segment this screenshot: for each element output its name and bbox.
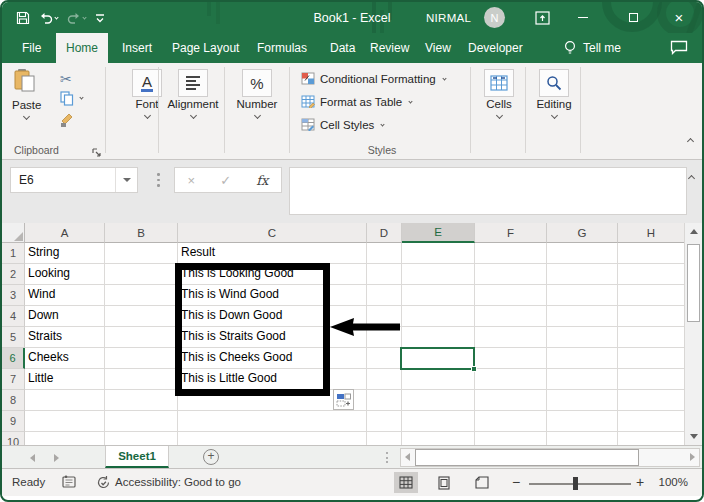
cell-B6[interactable] — [105, 348, 178, 369]
cell-B2[interactable] — [105, 264, 178, 285]
conditional-formatting-button[interactable]: Conditional Formatting — [301, 72, 446, 85]
cell-D3[interactable] — [367, 285, 402, 306]
cell-F6[interactable] — [475, 348, 547, 369]
ribbon-display-options-icon[interactable] — [527, 2, 557, 33]
cell-E8[interactable] — [402, 390, 475, 411]
alignment-dropdown-icon[interactable] — [189, 112, 196, 119]
cell-styles-dropdown-icon[interactable] — [381, 122, 385, 126]
zoom-out-button[interactable]: − — [512, 474, 520, 490]
row-header-1[interactable]: 1 — [2, 243, 25, 264]
tell-me-label[interactable]: Tell me — [583, 41, 621, 55]
cell-F2[interactable] — [475, 264, 547, 285]
fill-handle[interactable] — [471, 366, 477, 372]
add-sheet-button[interactable]: + — [203, 449, 219, 465]
name-box-dropdown-icon[interactable] — [115, 168, 137, 192]
cell-F9[interactable] — [475, 411, 547, 432]
cell-F4[interactable] — [475, 306, 547, 327]
name-box[interactable]: E6 — [10, 167, 138, 193]
cell-E4[interactable] — [402, 306, 475, 327]
cell-B9[interactable] — [105, 411, 178, 432]
paste-dropdown-icon[interactable] — [23, 113, 30, 120]
column-header-E[interactable]: E — [402, 223, 475, 243]
cell-A3[interactable]: Wind — [25, 285, 105, 306]
font-dropdown-icon[interactable] — [143, 112, 150, 119]
collapse-ribbon-icon[interactable] — [687, 138, 694, 145]
scroll-left-icon[interactable] — [405, 453, 410, 461]
sheet-nav-right-icon[interactable] — [54, 454, 59, 462]
cell-E3[interactable] — [402, 285, 475, 306]
cell-E2[interactable] — [402, 264, 475, 285]
editing-group-button[interactable]: Editing — [532, 69, 576, 118]
column-header-D[interactable]: D — [367, 223, 402, 243]
row-header-5[interactable]: 5 — [2, 327, 25, 348]
scroll-up-icon[interactable] — [685, 223, 702, 240]
select-all-button[interactable] — [2, 223, 25, 243]
cell-H10[interactable] — [618, 432, 685, 445]
cell-F8[interactable] — [475, 390, 547, 411]
collapse-formula-bar-icon[interactable] — [688, 175, 695, 182]
number-group-button[interactable]: % Number — [229, 69, 285, 118]
copy-dropdown-icon[interactable] — [79, 95, 83, 99]
format-as-table-dropdown-icon[interactable] — [409, 99, 413, 103]
minimize-button[interactable] — [568, 2, 598, 33]
tab-developer[interactable]: Developer — [458, 33, 533, 63]
avatar[interactable]: N — [484, 7, 505, 28]
zoom-slider-track[interactable] — [529, 483, 631, 485]
zoom-in-button[interactable]: + — [636, 474, 644, 490]
cell-B7[interactable] — [105, 369, 178, 390]
tab-insert[interactable]: Insert — [112, 33, 162, 63]
cancel-icon[interactable]: × — [188, 173, 196, 188]
cell-D1[interactable] — [367, 243, 402, 264]
cell-G2[interactable] — [547, 264, 618, 285]
cell-G7[interactable] — [547, 369, 618, 390]
tab-data[interactable]: Data — [320, 33, 365, 63]
row-header-2[interactable]: 2 — [2, 264, 25, 285]
macro-record-icon[interactable] — [62, 475, 76, 490]
accessibility-icon[interactable] — [96, 475, 111, 492]
cell-H1[interactable] — [618, 243, 685, 264]
tab-view[interactable]: View — [415, 33, 461, 63]
cell-D9[interactable] — [367, 411, 402, 432]
cell-D8[interactable] — [367, 390, 402, 411]
cell-C9[interactable] — [178, 411, 367, 432]
insert-function-icon[interactable]: fx — [256, 173, 268, 188]
cell-F1[interactable] — [475, 243, 547, 264]
view-page-break-button[interactable] — [470, 472, 494, 493]
row-header-8[interactable]: 8 — [2, 390, 25, 411]
cell-A6[interactable]: Cheeks — [25, 348, 105, 369]
tab-file[interactable]: File — [12, 33, 51, 63]
cells-group-button[interactable]: Cells — [481, 69, 517, 118]
cell-H5[interactable] — [618, 327, 685, 348]
cut-icon[interactable]: ✂ — [60, 71, 72, 87]
row-header-7[interactable]: 7 — [2, 369, 25, 390]
zoom-slider-handle[interactable] — [573, 477, 578, 490]
cell-G10[interactable] — [547, 432, 618, 445]
number-dropdown-icon[interactable] — [253, 112, 260, 119]
cell-C10[interactable] — [178, 432, 367, 445]
sheet-tab-sheet1[interactable]: Sheet1 — [105, 446, 169, 468]
cell-E1[interactable] — [402, 243, 475, 264]
cell-A2[interactable]: Looking — [25, 264, 105, 285]
cell-G4[interactable] — [547, 306, 618, 327]
cell-B1[interactable] — [105, 243, 178, 264]
cell-G6[interactable] — [547, 348, 618, 369]
cell-styles-button[interactable]: Cell Styles — [301, 118, 384, 131]
cell-E10[interactable] — [402, 432, 475, 445]
tab-home[interactable]: Home — [56, 33, 108, 63]
scroll-down-icon[interactable] — [685, 428, 702, 445]
cell-H4[interactable] — [618, 306, 685, 327]
horizontal-scrollbar[interactable] — [400, 448, 700, 467]
cell-B5[interactable] — [105, 327, 178, 348]
cell-A9[interactable] — [25, 411, 105, 432]
cell-A10[interactable] — [25, 432, 105, 445]
cell-G8[interactable] — [547, 390, 618, 411]
cell-A8[interactable] — [25, 390, 105, 411]
column-header-F[interactable]: F — [475, 223, 547, 243]
cell-G3[interactable] — [547, 285, 618, 306]
cell-B10[interactable] — [105, 432, 178, 445]
view-page-layout-button[interactable] — [432, 472, 456, 493]
zoom-level[interactable]: 100% — [650, 476, 688, 488]
paste-button[interactable]: Paste — [12, 68, 41, 119]
comment-icon[interactable] — [670, 40, 688, 59]
cell-E7[interactable] — [402, 369, 475, 390]
